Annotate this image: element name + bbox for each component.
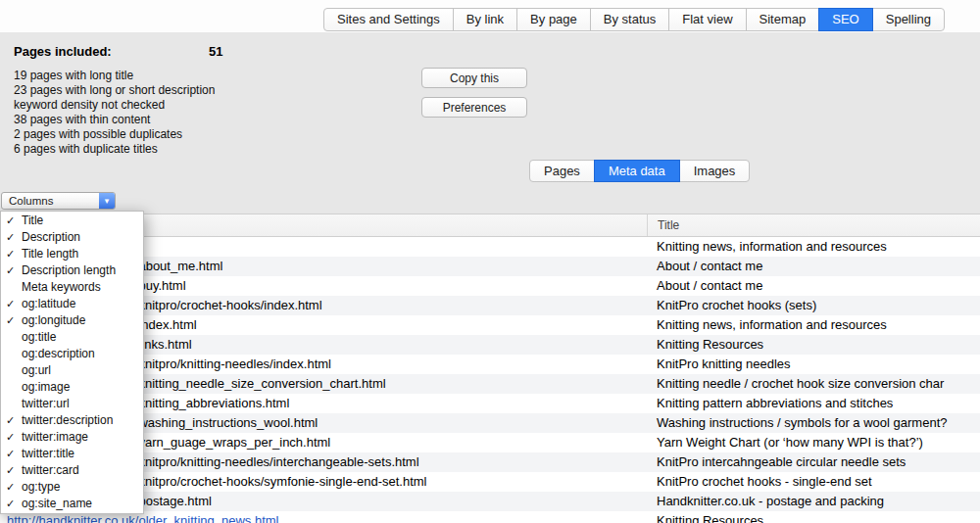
copy-this-button[interactable]: Copy this: [421, 68, 527, 88]
menu-item-label: twitter:title: [22, 447, 74, 460]
menu-item-meta-keywords[interactable]: Meta keywords: [1, 279, 143, 296]
menu-item-description[interactable]: ✓Description: [1, 229, 143, 246]
table-body: http://handknitter.co.ukKnitting news, i…: [0, 237, 980, 523]
checkmark-icon: ✓: [6, 312, 18, 329]
columns-dropdown-button[interactable]: Columns ▾: [1, 192, 116, 210]
title-cell: Knitting news, information and resources: [647, 315, 980, 335]
view-tab-pages[interactable]: Pages: [529, 160, 595, 182]
table-row[interactable]: http://handknitter.co.ukKnitting news, i…: [0, 237, 980, 257]
tab-spelling[interactable]: Spelling: [872, 8, 945, 31]
checkmark-icon: ✓: [6, 462, 18, 479]
table-row[interactable]: http://handknitter.co.uk/index.htmlKnitt…: [0, 315, 980, 335]
menu-item-twitter-image[interactable]: ✓twitter:image: [1, 429, 143, 446]
view-tab-images[interactable]: Images: [679, 160, 751, 182]
checkmark-icon: ✓: [6, 412, 18, 429]
menu-item-label: twitter:card: [22, 463, 79, 477]
menu-item-label: og:latitude: [22, 297, 75, 310]
top-toolbar: Sites and SettingsBy linkBy pageBy statu…: [0, 0, 980, 32]
summary-line: 23 pages with long or short description: [14, 83, 215, 98]
title-cell: KnitPro intercahngeable circular needle …: [647, 452, 980, 472]
menu-item-twitter-description[interactable]: ✓twitter:description: [1, 412, 143, 429]
menu-item-twitter-card[interactable]: ✓twitter:card: [1, 462, 143, 479]
title-cell: Yarn Weight Chart (or ‘how many WPI is t…: [647, 433, 980, 452]
table-row[interactable]: http://handknitter.co.uk/knitpro/crochet…: [0, 472, 980, 492]
menu-item-description-length[interactable]: ✓Description length: [1, 262, 143, 279]
menu-item-og-url[interactable]: og:url: [1, 362, 143, 379]
menu-item-label: Title: [22, 214, 43, 227]
tab-by-link[interactable]: By link: [453, 8, 517, 31]
tab-seo[interactable]: SEO: [818, 8, 872, 31]
preferences-button[interactable]: Preferences: [421, 97, 527, 118]
menu-item-label: og:site_name: [22, 497, 92, 510]
table-row[interactable]: http://handknitter.co.uk/yarn_guage_wrap…: [0, 433, 980, 452]
tab-sites-and-settings[interactable]: Sites and Settings: [323, 8, 454, 31]
columns-dropdown-label: Columns: [9, 193, 53, 209]
checkmark-icon: ✓: [6, 213, 18, 229]
menu-item-og-longitude[interactable]: ✓og:longitude: [1, 312, 143, 329]
checkmark-icon: ✓: [6, 246, 18, 262]
checkmark-icon: ✓: [6, 229, 18, 246]
menu-item-twitter-title[interactable]: ✓twitter:title: [1, 446, 143, 462]
table-row[interactable]: http://handknitter.co.uk/older_knitting_…: [0, 511, 980, 523]
table-row[interactable]: http://handknitter.co.uk/knitting_abbrev…: [0, 394, 980, 413]
table-row[interactable]: http://handknitter.co.uk/knitpro/crochet…: [0, 296, 980, 315]
tab-by-page[interactable]: By page: [516, 8, 591, 31]
menu-item-og-site-name[interactable]: ✓og:site_name: [1, 496, 143, 512]
menu-item-label: Meta keywords: [22, 280, 101, 294]
table-row[interactable]: http://handknitter.co.uk/knitpro/knittin…: [0, 355, 980, 374]
chevron-down-icon: ▾: [99, 193, 115, 209]
title-cell: Handknitter.co.uk - postage and packing: [647, 492, 980, 511]
table-row[interactable]: http://handknitter.co.uk/buy.htmlAbout /…: [0, 276, 980, 296]
menu-item-twitter-url[interactable]: twitter:url: [1, 396, 143, 412]
title-column-header[interactable]: Title: [647, 214, 980, 236]
seo-summary-panel: Pages included: 51 19 pages with long ti…: [0, 32, 980, 214]
checkmark-icon: ✓: [6, 296, 18, 312]
title-cell: Washing instructions / symbols for a woo…: [647, 413, 980, 433]
columns-menu: ✓Title✓Description✓Title length✓Descript…: [0, 211, 144, 514]
menu-item-label: og:title: [22, 330, 56, 344]
summary-line: 2 pages with possible duplicates: [14, 127, 215, 142]
menu-item-label: Title length: [22, 247, 78, 261]
menu-item-og-description[interactable]: og:description: [1, 346, 143, 362]
title-cell: KnitPro crochet hooks - single-end set: [647, 472, 980, 492]
menu-item-label: og:url: [22, 363, 51, 377]
checkmark-icon: ✓: [6, 429, 18, 446]
summary-line: 6 pages with duplicate titles: [14, 142, 215, 157]
menu-item-label: Description: [22, 230, 80, 244]
table-row[interactable]: http://handknitter.co.uk/links.htmlKnitt…: [0, 335, 980, 355]
summary-line: 38 pages with thin content: [14, 113, 215, 127]
table-row[interactable]: http://handknitter.co.uk/washing_instruc…: [0, 413, 980, 433]
menu-item-label: twitter:image: [22, 430, 88, 444]
checkmark-icon: ✓: [6, 446, 18, 462]
menu-item-label: twitter:url: [22, 397, 70, 410]
menu-item-og-latitude[interactable]: ✓og:latitude: [1, 296, 143, 312]
pages-included-value: 51: [209, 44, 222, 59]
table-row[interactable]: http://handknitter.co.uk/postage.htmlHan…: [0, 492, 980, 511]
menu-item-og-type[interactable]: ✓og:type: [1, 479, 143, 496]
menu-item-label: twitter:description: [22, 413, 113, 427]
summary-lines: 19 pages with long title23 pages with lo…: [14, 69, 215, 157]
table-row[interactable]: http://handknitter.co.uk/knitpro/knittin…: [0, 452, 980, 472]
tab-by-status[interactable]: By status: [590, 8, 669, 31]
table-header-row: Title: [0, 214, 980, 237]
menu-item-label: og:type: [22, 480, 60, 494]
url-text[interactable]: http://handknitter.co.uk/older_knitting_…: [7, 513, 279, 523]
pages-included-label: Pages included:: [14, 44, 112, 59]
menu-item-title[interactable]: ✓Title: [1, 213, 143, 229]
title-cell: Knitting pattern abbreviations and stitc…: [647, 394, 980, 413]
table-row[interactable]: http://handknitter.co.uk/about_me.htmlAb…: [0, 257, 980, 276]
view-tab-meta-data[interactable]: Meta data: [594, 160, 680, 182]
menu-item-title-length[interactable]: ✓Title length: [1, 246, 143, 262]
menu-item-label: og:longitude: [22, 313, 85, 327]
main-tab-bar: Sites and SettingsBy linkBy pageBy statu…: [323, 8, 945, 31]
checkmark-icon: ✓: [6, 262, 18, 279]
title-cell: KnitPro knitting needles: [647, 355, 980, 374]
checkmark-icon: ✓: [6, 496, 18, 512]
title-cell: About / contact me: [647, 257, 980, 276]
checkmark-icon: ✓: [6, 479, 18, 496]
table-row[interactable]: http://handknitter.co.uk/knitting_needle…: [0, 374, 980, 394]
menu-item-og-title[interactable]: og:title: [1, 329, 143, 346]
menu-item-og-image[interactable]: og:image: [1, 379, 143, 396]
tab-sitemap[interactable]: Sitemap: [746, 8, 820, 31]
tab-flat-view[interactable]: Flat view: [668, 8, 746, 31]
